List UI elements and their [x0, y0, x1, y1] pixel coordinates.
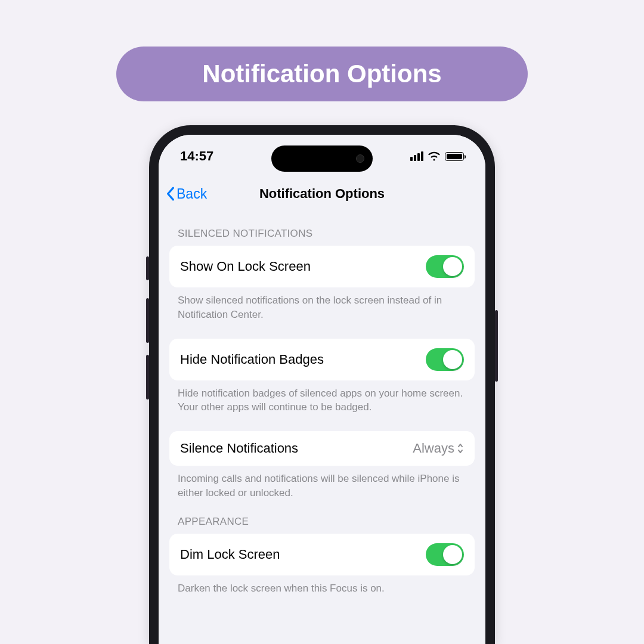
power-button	[495, 310, 498, 382]
phone-screen: 14:57 Ba	[159, 135, 485, 644]
toggle-dim-lock-screen[interactable]	[426, 543, 464, 566]
cellular-icon	[410, 151, 423, 161]
section-header-silenced: SILENCED NOTIFICATIONS	[169, 210, 475, 246]
toggle-show-on-lock-screen[interactable]	[426, 255, 464, 278]
battery-icon	[445, 152, 464, 161]
footer-show-on-lock: Show silenced notifications on the lock …	[169, 287, 475, 322]
dynamic-island	[271, 145, 373, 172]
phone-frame: 14:57 Ba	[149, 125, 495, 644]
page-title: Notification Options	[259, 186, 385, 202]
chevron-left-icon	[166, 187, 175, 201]
footer-hide-badges: Hide notification badges of silenced app…	[169, 380, 475, 415]
row-value: Always	[413, 441, 464, 456]
row-dim-lock-screen[interactable]: Dim Lock Screen	[169, 534, 475, 575]
toggle-hide-badges[interactable]	[426, 348, 464, 371]
row-hide-notification-badges[interactable]: Hide Notification Badges	[169, 339, 475, 380]
back-button[interactable]: Back	[166, 186, 207, 202]
back-label: Back	[177, 186, 207, 202]
banner-title: Notification Options	[202, 60, 441, 88]
footer-silence: Incoming calls and notifications will be…	[169, 466, 475, 500]
footer-dim: Darken the lock screen when this Focus i…	[169, 575, 475, 596]
status-icons	[410, 151, 464, 161]
row-label: Silence Notifications	[180, 441, 298, 456]
updown-icon	[457, 443, 464, 454]
row-label: Dim Lock Screen	[180, 547, 280, 562]
row-label: Show On Lock Screen	[180, 259, 311, 274]
row-label: Hide Notification Badges	[180, 352, 324, 367]
camera-icon	[356, 154, 364, 163]
row-silence-notifications[interactable]: Silence Notifications Always	[169, 431, 475, 466]
page-banner: Notification Options	[116, 47, 528, 101]
settings-content: SILENCED NOTIFICATIONS Show On Lock Scre…	[159, 210, 485, 596]
section-header-appearance: APPEARANCE	[169, 500, 475, 534]
row-show-on-lock-screen[interactable]: Show On Lock Screen	[169, 246, 475, 287]
status-time: 14:57	[180, 148, 213, 164]
wifi-icon	[428, 151, 441, 161]
nav-header: Back Notification Options	[159, 178, 485, 210]
